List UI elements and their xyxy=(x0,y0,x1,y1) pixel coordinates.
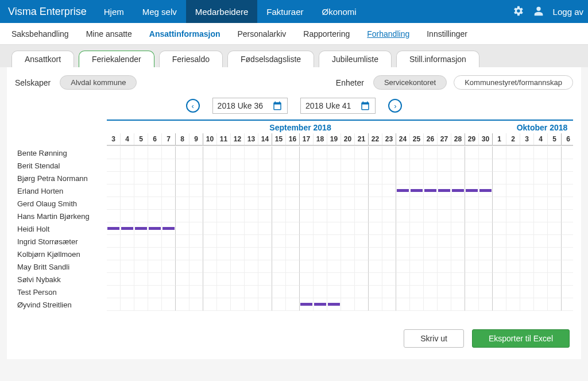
calendar-cell[interactable] xyxy=(327,210,341,222)
calendar-cell[interactable] xyxy=(272,248,286,260)
calendar-cell[interactable] xyxy=(258,248,272,260)
calendar-cell[interactable] xyxy=(286,197,300,210)
calendar-cell[interactable] xyxy=(424,197,438,210)
calendar-cell[interactable] xyxy=(562,260,573,273)
calendar-cell[interactable] xyxy=(506,260,520,273)
calendar-cell[interactable] xyxy=(107,172,121,184)
calendar-cell[interactable] xyxy=(148,248,162,260)
calendar-cell[interactable] xyxy=(506,248,520,260)
calendar-cell[interactable] xyxy=(245,222,258,235)
calendar-cell[interactable] xyxy=(134,172,148,184)
calendar-cell[interactable] xyxy=(562,197,573,210)
calendar-cell[interactable] xyxy=(231,172,245,184)
calendar-cell[interactable] xyxy=(548,235,562,248)
calendar-cell[interactable] xyxy=(438,235,451,248)
calendar-cell[interactable] xyxy=(410,235,424,248)
calendar-cell[interactable] xyxy=(107,260,121,273)
calendar-cell[interactable] xyxy=(382,197,396,210)
calendar-cell[interactable] xyxy=(479,235,493,248)
calendar-cell[interactable] xyxy=(369,159,382,172)
calendar-cell[interactable] xyxy=(327,147,341,159)
calendar-cell[interactable] xyxy=(438,273,451,286)
calendar-cell[interactable] xyxy=(286,273,300,286)
calendar-cell[interactable] xyxy=(300,159,314,172)
calendar-cell[interactable] xyxy=(327,197,341,210)
calendar-cell[interactable] xyxy=(562,159,573,172)
calendar-cell[interactable] xyxy=(217,159,231,172)
calendar-cell[interactable] xyxy=(134,210,148,222)
subnav-innstillinger[interactable]: Innstillinger xyxy=(427,29,467,39)
calendar-cell[interactable] xyxy=(286,222,300,235)
calendar-cell[interactable] xyxy=(341,235,355,248)
calendar-cell[interactable] xyxy=(534,273,548,286)
calendar-cell[interactable] xyxy=(148,273,162,286)
calendar-cell[interactable] xyxy=(465,210,479,222)
calendar-cell[interactable] xyxy=(369,248,382,260)
calendar-cell[interactable] xyxy=(382,147,396,159)
calendar-cell[interactable] xyxy=(341,273,355,286)
calendar-cell[interactable] xyxy=(258,210,272,222)
calendar-cell[interactable] xyxy=(176,248,189,260)
calendar-cell[interactable] xyxy=(300,235,314,248)
calendar-cell[interactable] xyxy=(121,197,134,210)
calendar-cell[interactable] xyxy=(231,222,245,235)
calendar-cell[interactable] xyxy=(410,147,424,159)
calendar-cell[interactable] xyxy=(548,159,562,172)
calendar-cell[interactable] xyxy=(272,210,286,222)
calendar-cell[interactable] xyxy=(245,298,258,311)
calendar-cell[interactable] xyxy=(327,159,341,172)
calendar-cell[interactable] xyxy=(107,159,121,172)
calendar-cell[interactable] xyxy=(121,222,134,235)
calendar-cell[interactable] xyxy=(534,210,548,222)
calendar-cell[interactable] xyxy=(479,248,493,260)
calendar-cell[interactable] xyxy=(479,210,493,222)
calendar-cell[interactable] xyxy=(534,147,548,159)
calendar-cell[interactable] xyxy=(465,159,479,172)
calendar-cell[interactable] xyxy=(424,222,438,235)
tab-feriesaldo[interactable]: Feriesaldo xyxy=(159,51,223,67)
calendar-cell[interactable] xyxy=(148,159,162,172)
calendar-cell[interactable] xyxy=(245,273,258,286)
calendar-cell[interactable] xyxy=(272,235,286,248)
calendar-cell[interactable] xyxy=(493,197,506,210)
calendar-cell[interactable] xyxy=(410,260,424,273)
calendar-cell[interactable] xyxy=(341,260,355,273)
calendar-cell[interactable] xyxy=(369,210,382,222)
nav-fakturaer[interactable]: Fakturaer xyxy=(257,0,312,23)
calendar-cell[interactable] xyxy=(162,210,176,222)
calendar-cell[interactable] xyxy=(438,147,451,159)
calendar-cell[interactable] xyxy=(562,172,573,184)
calendar-cell[interactable] xyxy=(465,260,479,273)
calendar-cell[interactable] xyxy=(107,210,121,222)
calendar-cell[interactable] xyxy=(534,235,548,248)
calendar-cell[interactable] xyxy=(382,248,396,260)
calendar-cell[interactable] xyxy=(314,159,327,172)
calendar-cell[interactable] xyxy=(424,210,438,222)
calendar-cell[interactable] xyxy=(506,159,520,172)
calendar-cell[interactable] xyxy=(134,248,148,260)
tab-feriekalender[interactable]: Feriekalender xyxy=(79,51,154,67)
calendar-cell[interactable] xyxy=(217,210,231,222)
calendar-cell[interactable] xyxy=(382,286,396,298)
calendar-cell[interactable] xyxy=(369,172,382,184)
calendar-cell[interactable] xyxy=(548,222,562,235)
calendar-cell[interactable] xyxy=(203,260,217,273)
calendar-cell[interactable] xyxy=(231,260,245,273)
date-to[interactable]: 2018 Uke 41 xyxy=(300,98,376,114)
next-week-button[interactable]: › xyxy=(388,99,402,113)
calendar-cell[interactable] xyxy=(355,159,369,172)
calendar-cell[interactable] xyxy=(189,222,203,235)
calendar-cell[interactable] xyxy=(355,197,369,210)
calendar-cell[interactable] xyxy=(148,298,162,311)
calendar-cell[interactable] xyxy=(534,248,548,260)
calendar-cell[interactable] xyxy=(272,172,286,184)
calendar-cell[interactable] xyxy=(203,286,217,298)
calendar-cell[interactable] xyxy=(479,286,493,298)
calendar-cell[interactable] xyxy=(121,273,134,286)
calendar-cell[interactable] xyxy=(520,172,534,184)
calendar-cell[interactable] xyxy=(424,172,438,184)
calendar-cell[interactable] xyxy=(148,260,162,273)
calendar-cell[interactable] xyxy=(203,210,217,222)
calendar-cell[interactable] xyxy=(451,184,465,197)
calendar-cell[interactable] xyxy=(451,273,465,286)
